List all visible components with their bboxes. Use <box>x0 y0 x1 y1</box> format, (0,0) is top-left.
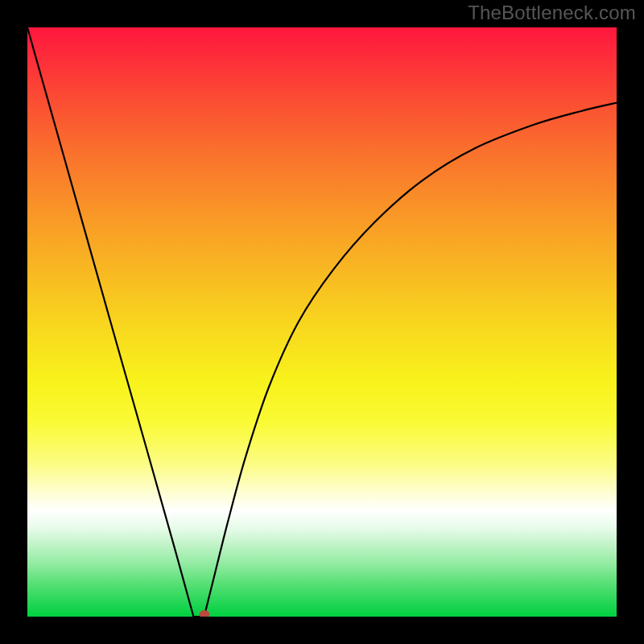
curve-right-branch <box>204 103 617 617</box>
watermark-text: TheBottleneck.com <box>468 2 636 24</box>
chart-frame: TheBottleneck.com <box>0 0 644 644</box>
plot-area <box>27 27 617 617</box>
minimum-marker-icon <box>199 610 209 617</box>
curve-left-branch <box>27 27 204 617</box>
bottleneck-curve <box>27 27 617 617</box>
